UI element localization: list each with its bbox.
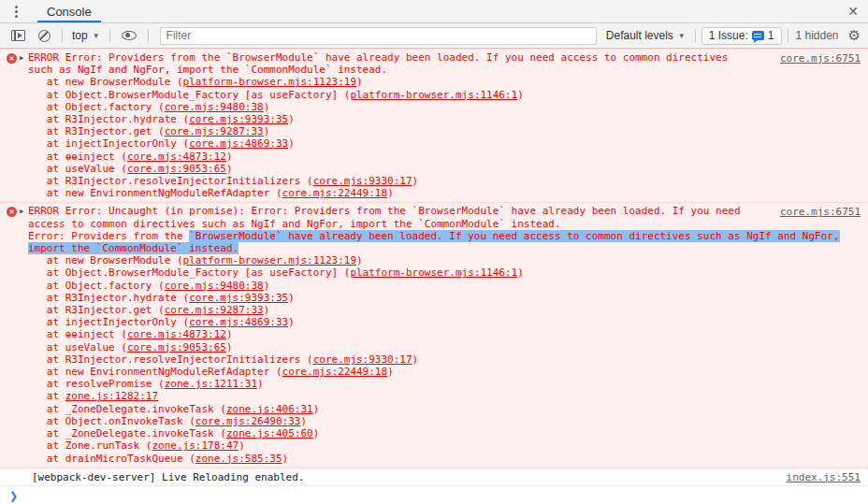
stack-frame-source-link[interactable]: platform-browser.mjs:1123:19 — [183, 254, 356, 266]
toolbar-divider — [148, 29, 149, 43]
stack-frame-source-link[interactable]: core.mjs:4873:12 — [127, 151, 226, 163]
stack-frame-source-link[interactable]: zone.js:178:47 — [152, 439, 239, 452]
stack-frame-source-link[interactable]: core.mjs:22449:18 — [282, 187, 388, 199]
console-message-line: at R3Injector.get (core.mjs:9287:33) — [0, 125, 868, 137]
console-message-line: at zone.js:1282:17 — [0, 390, 868, 402]
message-text: at Object.onInvokeTask ( — [28, 415, 195, 427]
console-message-line: [webpack-dev-server] Live Reloading enab… — [0, 471, 868, 483]
console-sidebar-toggle-icon[interactable] — [11, 30, 25, 41]
expand-triangle-icon[interactable]: ▶ — [20, 208, 23, 215]
stack-frame-source-link[interactable]: core.mjs:9330:17 — [313, 353, 412, 366]
stack-frame-source-link[interactable]: core.mjs:4869:33 — [189, 137, 288, 150]
stack-frame-source-link[interactable]: core.mjs:9393:35 — [189, 292, 288, 304]
close-icon[interactable]: ✕ — [847, 5, 859, 18]
context-selector[interactable]: top ▼ — [68, 29, 104, 42]
message-text: ) — [517, 266, 524, 279]
stack-frame-source-link[interactable]: core.mjs:4873:12 — [127, 328, 226, 340]
message-text: at drainMicroTaskQueue ( — [28, 453, 195, 465]
message-text: ) — [288, 137, 295, 150]
message-text: ) — [412, 175, 419, 187]
console-message-line: at injectInjectorOnly (core.mjs:4869:33) — [0, 137, 868, 150]
chevron-down-icon: ▼ — [678, 32, 686, 40]
message-text: at Object.factory ( — [28, 280, 165, 292]
stack-frame-source-link[interactable]: core.mjs:9393:35 — [189, 113, 288, 125]
message-text: at new EnvironmentNgModuleRefAdapter ( — [28, 366, 282, 378]
message-text: ) — [387, 187, 394, 199]
stack-frame-source-link[interactable]: zone.js:405:60 — [226, 427, 313, 439]
message-text: ) — [288, 316, 295, 328]
context-selector-label: top — [72, 29, 88, 42]
message-text: ) — [257, 378, 264, 390]
stack-frame-source-link[interactable]: platform-browser.mjs:1146:1 — [350, 266, 517, 279]
stack-frame-source-link[interactable]: core.mjs:9287:33 — [165, 304, 264, 316]
console-message-line: at useValue (core.mjs:9053:65) — [0, 341, 868, 353]
message-text: at useValue ( — [28, 163, 127, 175]
stack-frame-source-link[interactable]: zone.js:1211:31 — [165, 378, 257, 390]
toolbar-divider — [788, 29, 788, 43]
console-toolbar: top ▼ Default levels ▼ 1 Issue: 1 1 hidd… — [0, 23, 868, 49]
gear-icon[interactable]: ⚙ — [848, 29, 861, 43]
stack-frame-source-link[interactable]: core.mjs:9287:33 — [165, 125, 264, 137]
message-text: ) — [288, 292, 295, 304]
console-message-line: at Zone.runTask (zone.js:178:47) — [0, 439, 868, 452]
tab-console[interactable]: Console — [36, 0, 103, 22]
console-message-line: ERROR Error: Uncaught (in promise): Erro… — [0, 205, 868, 217]
stack-frame-source-link[interactable]: core.mjs:4869:33 — [189, 316, 288, 328]
console-error-row: ✕▶core.mjs:6751ERROR Error: Providers fr… — [0, 49, 868, 203]
console-message-line: ERROR Error: Providers from the `Browser… — [0, 51, 868, 64]
filter-input[interactable] — [160, 27, 597, 45]
stack-frame-source-link[interactable]: core.mjs:26490:33 — [195, 415, 301, 427]
message-text: ) — [517, 89, 524, 101]
selected-text: import the `CommonModule` instead. — [28, 242, 239, 254]
source-location-link[interactable]: core.mjs:6751 — [780, 206, 861, 218]
kebab-menu-icon[interactable] — [9, 5, 22, 18]
message-text: at Object.factory ( — [28, 101, 165, 113]
console-message-line: at new EnvironmentNgModuleRefAdapter (co… — [0, 187, 868, 199]
message-text: ) — [226, 328, 233, 340]
message-text: at ɵɵinject ( — [28, 151, 127, 163]
message-text: at new BrowserModule ( — [28, 254, 183, 266]
tab-console-label: Console — [47, 5, 92, 19]
live-expression-eye-icon[interactable] — [122, 31, 137, 40]
message-text: at injectInjectorOnly ( — [28, 316, 189, 328]
stack-frame-source-link[interactable]: zone.js:406:31 — [226, 403, 313, 415]
source-location-link[interactable]: index.js:551 — [787, 471, 861, 483]
stack-frame-source-link[interactable]: core.mjs:9053:65 — [127, 341, 226, 353]
message-text: ) — [264, 125, 270, 137]
hidden-messages-label: 1 hidden — [794, 29, 841, 42]
stack-frame-source-link[interactable]: zone.js:1282:17 — [65, 390, 158, 402]
console-message-line: at R3Injector.get (core.mjs:9287:33) — [0, 304, 868, 316]
message-text: ) — [313, 427, 320, 439]
message-text: at Object.BrowserModule_Factory [as useF… — [28, 266, 350, 279]
issues-counter-button[interactable]: 1 Issue: 1 — [702, 27, 782, 45]
clear-console-icon[interactable] — [38, 30, 51, 42]
message-text: ) — [264, 280, 270, 292]
error-icon: ✕ — [7, 53, 17, 64]
stack-frame-source-link[interactable]: core.mjs:9480:38 — [165, 280, 264, 292]
selected-text: `BrowserModule` have already been loaded… — [189, 230, 839, 242]
message-text: at — [28, 390, 65, 402]
stack-frame-source-link[interactable]: core.mjs:9330:17 — [313, 175, 412, 187]
stack-frame-source-link[interactable]: zone.js:585:35 — [195, 453, 282, 465]
source-location-link[interactable]: core.mjs:6751 — [780, 52, 861, 65]
message-text: access to common directives such as NgIf… — [28, 218, 561, 230]
stack-frame-source-link[interactable]: platform-browser.mjs:1146:1 — [350, 89, 517, 101]
stack-frame-source-link[interactable]: core.mjs:9053:65 — [127, 163, 226, 175]
console-message-line: at injectInjectorOnly (core.mjs:4869:33) — [0, 316, 868, 328]
message-text: at R3Injector.hydrate ( — [28, 113, 189, 125]
message-text: at resolvePromise ( — [28, 378, 165, 390]
stack-frame-source-link[interactable]: platform-browser.mjs:1123:19 — [183, 76, 356, 88]
message-text: Error: Providers from the — [28, 230, 189, 242]
message-text: ) — [226, 341, 233, 353]
console-prompt[interactable]: ❯ — [0, 486, 868, 501]
stack-frame-source-link[interactable]: core.mjs:9480:38 — [165, 101, 264, 113]
message-text: such as NgIf and NgFor, import the `Comm… — [28, 64, 387, 76]
message-text: ) — [239, 439, 245, 452]
console-log-row: index.js:551[webpack-dev-server] Live Re… — [0, 468, 868, 486]
console-message-line: at new EnvironmentNgModuleRefAdapter (co… — [0, 366, 868, 378]
log-level-selector[interactable]: Default levels ▼ — [602, 29, 689, 42]
expand-triangle-icon[interactable]: ▶ — [20, 54, 23, 62]
stack-frame-source-link[interactable]: core.mjs:22449:18 — [282, 366, 388, 378]
message-text: ) — [387, 366, 394, 378]
console-message-line: at ɵɵinject (core.mjs:4873:12) — [0, 151, 868, 163]
